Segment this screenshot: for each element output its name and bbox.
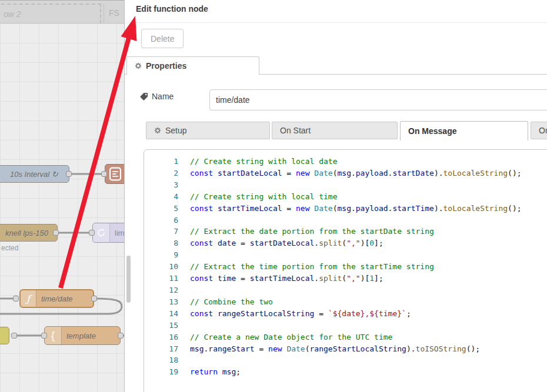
tray-scrollbar[interactable] (126, 256, 131, 303)
code-text: // Extract the time portion from the sta… (190, 261, 434, 273)
function-editor-tabs: SetupOn StartOn MessageOn Stop (125, 121, 547, 140)
curly-brace-icon: { (51, 330, 55, 342)
node-red-editor: ow 2 FS 10s Interval ↻ (0, 0, 547, 392)
line-number: 3 (144, 179, 178, 191)
tab-label: Setup (165, 126, 187, 135)
code-line: 11const time = startTimeLocal.split(",")… (144, 273, 547, 284)
code-line: 1// Create string with local date (144, 156, 547, 167)
line-number: 7 (144, 226, 178, 237)
line-number: 15 (144, 320, 178, 331)
node-function-time-date[interactable]: ƒ time/date (19, 289, 94, 308)
code-text (190, 354, 195, 366)
code-line: 16// Create a new Date object for the UT… (144, 331, 547, 343)
node-status-text: ected (1, 244, 18, 252)
node-knell-lps-150[interactable]: knell lps-150 (0, 224, 58, 242)
node-label: time/date (36, 294, 77, 303)
line-number: 10 (144, 261, 178, 273)
dialog-title: Edit function node (136, 4, 208, 14)
line-number: 2 (144, 167, 178, 179)
node-template[interactable]: { template (44, 326, 121, 345)
code-line: 17msg.rangeStart = new Date(rangeStartLo… (144, 343, 547, 355)
gear-icon (135, 62, 142, 69)
node-label: template (62, 331, 101, 340)
properties-tabbar: Properties (125, 56, 547, 75)
code-line: 13// Combine the two (144, 296, 547, 308)
line-number: 12 (144, 284, 178, 296)
tray-header: Edit function node (125, 0, 547, 23)
output-port[interactable] (118, 333, 124, 339)
tab-on-stop[interactable]: On Stop (531, 122, 547, 139)
code-text: const startDateLocal = new Date(msg.payl… (190, 167, 522, 179)
form-lines-icon (109, 166, 122, 182)
name-label: Name (152, 92, 174, 101)
tab-label: On Start (280, 126, 311, 135)
icon-section (93, 223, 110, 242)
line-number: 9 (144, 249, 178, 261)
node-salmon[interactable] (105, 164, 124, 184)
line-number: 17 (144, 343, 178, 355)
code-line: 7// Extract the date portion from the st… (144, 226, 547, 237)
line-number: 19 (144, 366, 178, 378)
code-text (190, 320, 195, 331)
output-port[interactable] (91, 296, 97, 301)
code-line: 4// Create string with local time (144, 191, 547, 203)
node-label: 10s Interval ↻ (5, 170, 63, 179)
code-text: // Create string with local time (190, 191, 337, 203)
tab-setup[interactable]: Setup (146, 122, 270, 139)
node-delay-limit[interactable]: lim (92, 223, 124, 243)
line-number: 1 (144, 156, 178, 167)
code-text: // Combine the two (190, 296, 273, 308)
input-port[interactable] (101, 171, 107, 177)
code-line: 14const rangeStartLocalString = `${date}… (144, 308, 547, 320)
output-port[interactable] (66, 171, 72, 177)
code-line: 3 (144, 179, 547, 191)
line-number: 8 (144, 237, 178, 249)
icon-section: ƒ (21, 290, 36, 307)
output-port[interactable] (53, 230, 59, 236)
tab-properties[interactable]: Properties (126, 56, 259, 75)
code-line: 12 (144, 284, 547, 296)
code-text: // Create a new Date object for the UTC … (190, 331, 392, 343)
node-yellow-partial[interactable] (0, 327, 9, 344)
output-port[interactable] (11, 333, 17, 339)
input-port[interactable] (41, 333, 47, 339)
function-icon: ƒ (26, 293, 30, 304)
code-text: const rangeStartLocalString = `${date},$… (190, 308, 411, 320)
tab-on-start[interactable]: On Start (272, 122, 398, 139)
line-number: 18 (144, 354, 178, 366)
line-number: 4 (144, 191, 178, 203)
name-input[interactable] (209, 89, 547, 110)
line-number: 5 (144, 203, 178, 215)
code-line: 9 (144, 249, 547, 261)
line-number: 14 (144, 308, 178, 320)
tab-label: On Stop (539, 126, 547, 135)
node-inject-10s-interval[interactable]: 10s Interval ↻ (0, 165, 69, 183)
line-number: 16 (144, 331, 178, 343)
input-port[interactable] (89, 230, 95, 236)
code-editor[interactable]: 1// Create string with local date2const … (144, 149, 547, 392)
node-label: lim (110, 229, 124, 237)
gear-icon (154, 127, 161, 134)
code-text: const date = startDateLocal.split(",")[0… (190, 237, 383, 249)
code-line: 15 (144, 320, 547, 331)
code-text (190, 179, 195, 191)
code-line: 5const startTimeLocal = new Date(msg.pay… (144, 203, 547, 215)
code-line: 10// Extract the time portion from the s… (144, 261, 547, 273)
code-text: const time = startTimeLocal.split(",")[1… (190, 273, 383, 284)
code-text: msg.rangeStart = new Date(rangeStartLoca… (190, 343, 480, 355)
code-text: // Extract the date portion from the sta… (190, 226, 434, 237)
delete-button[interactable]: Delete (141, 29, 184, 48)
code-line: 8const date = startDateLocal.split(",")[… (144, 237, 547, 249)
tag-icon (140, 92, 148, 100)
code-line: 2const startDateLocal = new Date(msg.pay… (144, 167, 547, 179)
code-text: return msg; (190, 366, 241, 378)
icon-section: { (45, 327, 62, 344)
code-line: 19return msg; (144, 366, 547, 378)
flow-canvas[interactable]: ow 2 FS 10s Interval ↻ (0, 0, 124, 392)
code-lines: 1// Create string with local date2const … (144, 156, 547, 378)
timer-icon (96, 228, 106, 237)
code-line: 18 (144, 354, 547, 366)
line-number: 11 (144, 273, 178, 284)
tab-on-message[interactable]: On Message (400, 121, 528, 140)
input-port[interactable] (13, 296, 19, 301)
